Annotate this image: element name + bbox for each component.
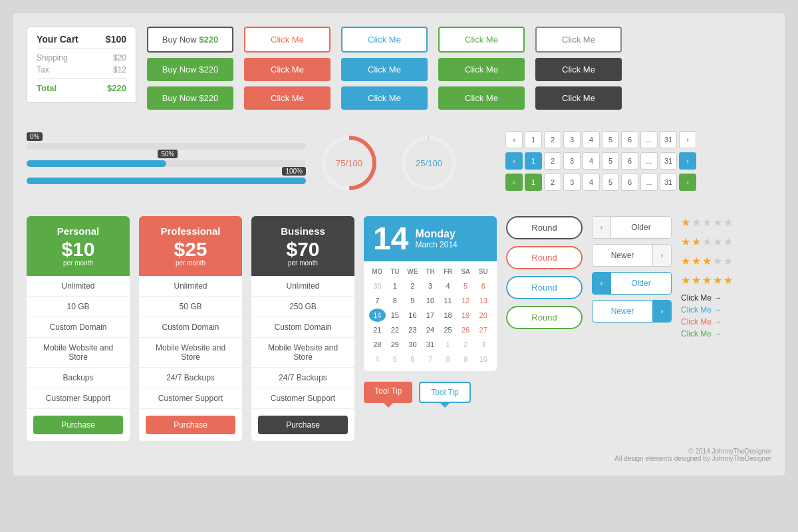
cal-cell[interactable]: 3	[475, 338, 491, 351]
pag-31-2[interactable]: 31	[660, 152, 677, 170]
pag-prev-3[interactable]: ‹	[505, 174, 523, 191]
click-link-red[interactable]: Click Me →	[681, 317, 774, 327]
pag-5-3[interactable]: 5	[602, 174, 619, 191]
cal-cell[interactable]: 1	[387, 279, 404, 293]
pag-5-2[interactable]: 5	[602, 152, 619, 170]
star-3-5[interactable]: ★	[724, 255, 733, 267]
pag-3-3[interactable]: 3	[563, 174, 581, 191]
pag-5-1[interactable]: 5	[602, 131, 619, 148]
cal-cell[interactable]: 13	[475, 294, 491, 307]
cal-cell[interactable]: 25	[440, 323, 456, 336]
star-1-2[interactable]: ★	[692, 216, 701, 229]
cal-cell[interactable]: 9	[458, 352, 474, 366]
pag-1-2[interactable]: 1	[525, 152, 542, 170]
pag-4-1[interactable]: 4	[583, 131, 600, 148]
click-red-filled2-button[interactable]: Click Me	[244, 86, 331, 110]
cal-cell[interactable]: 30	[404, 338, 421, 351]
click-blue-filled1-button[interactable]: Click Me	[341, 58, 428, 81]
cal-cell[interactable]: 26	[458, 323, 474, 336]
cal-cell[interactable]: 15	[387, 309, 404, 322]
nav-prev-1[interactable]: ‹	[593, 217, 611, 238]
buy-now-outline-button[interactable]: Buy Now $220	[147, 27, 233, 53]
cal-cell[interactable]: 6	[404, 352, 421, 366]
pag-next-2[interactable]: ›	[679, 152, 696, 170]
cal-cell[interactable]: 4	[440, 279, 456, 293]
click-green-filled2-button[interactable]: Click Me	[438, 86, 525, 110]
star-4-5[interactable]: ★	[724, 274, 733, 287]
click-link-blue[interactable]: Click Me →	[681, 305, 774, 315]
click-link-black[interactable]: Click Me →	[681, 293, 774, 303]
pag-6-2[interactable]: 6	[621, 152, 638, 170]
click-blue-outline-button[interactable]: Click Me	[341, 27, 428, 53]
star-4-4[interactable]: ★	[713, 274, 722, 287]
cal-cell[interactable]: 14	[369, 309, 386, 322]
click-dark-filled1-button[interactable]: Click Me	[535, 58, 622, 81]
click-dark-outline-button[interactable]: Click Me	[535, 27, 622, 53]
cal-cell[interactable]: 17	[422, 309, 439, 322]
star-1-1[interactable]: ★	[681, 216, 690, 229]
nav-prev-2[interactable]: ‹	[593, 273, 611, 294]
star-2-3[interactable]: ★	[702, 235, 712, 248]
cal-cell[interactable]: 28	[369, 338, 386, 351]
cal-cell[interactable]: 11	[440, 294, 456, 307]
cal-cell[interactable]: 5	[458, 279, 474, 293]
pag-2-3[interactable]: 2	[544, 174, 561, 191]
click-red-filled1-button[interactable]: Click Me	[244, 58, 331, 81]
click-dark-filled2-button[interactable]: Click Me	[535, 86, 622, 110]
pag-31-1[interactable]: 31	[660, 131, 677, 148]
cal-cell[interactable]: 18	[440, 309, 456, 322]
click-green-filled1-button[interactable]: Click Me	[438, 58, 525, 81]
cal-cell[interactable]: 4	[369, 352, 386, 366]
pag-next-3[interactable]: ›	[679, 174, 696, 191]
cal-cell[interactable]: 27	[475, 323, 491, 336]
cal-cell[interactable]: 2	[404, 279, 421, 293]
round-dark-button[interactable]: Round	[506, 216, 583, 239]
cal-cell[interactable]: 2	[458, 338, 474, 351]
pag-4-3[interactable]: 4	[583, 174, 600, 191]
cal-cell[interactable]: 16	[404, 309, 421, 322]
click-blue-filled2-button[interactable]: Click Me	[341, 86, 428, 110]
stars-row-2[interactable]: ★ ★ ★ ★ ★	[681, 235, 774, 248]
star-2-4[interactable]: ★	[713, 235, 722, 248]
cal-cell[interactable]: 19	[458, 309, 474, 322]
personal-purchase-button[interactable]: Purchase	[33, 416, 123, 434]
star-3-2[interactable]: ★	[692, 255, 701, 267]
cal-cell[interactable]: 1	[440, 338, 456, 351]
round-blue-button[interactable]: Round	[506, 276, 583, 299]
nav-next-2[interactable]: ›	[652, 301, 671, 322]
cal-cell[interactable]: 31	[422, 338, 439, 351]
cal-cell[interactable]: 24	[422, 323, 439, 336]
star-1-5[interactable]: ★	[724, 216, 733, 229]
cal-cell[interactable]: 7	[422, 352, 439, 366]
cal-cell[interactable]: 8	[440, 352, 456, 366]
pag-1-1[interactable]: 1	[525, 131, 542, 148]
pag-prev-2[interactable]: ‹	[505, 152, 523, 170]
cal-cell[interactable]: 30	[369, 279, 386, 293]
cal-cell[interactable]: 5	[387, 352, 404, 366]
cal-cell[interactable]: 7	[369, 294, 386, 307]
pag-3-2[interactable]: 3	[563, 152, 581, 170]
star-4-1[interactable]: ★	[681, 274, 690, 287]
tooltip-outline[interactable]: Tool Tip	[419, 382, 470, 403]
star-3-3[interactable]: ★	[702, 255, 712, 267]
star-4-3[interactable]: ★	[702, 274, 712, 287]
stars-row-1[interactable]: ★ ★ ★ ★ ★	[681, 216, 774, 229]
stars-row-4[interactable]: ★ ★ ★ ★ ★	[681, 274, 774, 287]
star-1-3[interactable]: ★	[702, 216, 712, 229]
pag-next-1[interactable]: ›	[679, 131, 696, 148]
cal-cell[interactable]: 10	[422, 294, 439, 307]
nav-next-1[interactable]: ›	[652, 245, 671, 266]
pag-6-3[interactable]: 6	[621, 174, 638, 191]
cal-cell[interactable]: 6	[475, 279, 491, 293]
professional-purchase-button[interactable]: Purchase	[146, 416, 235, 434]
click-green-outline-button[interactable]: Click Me	[438, 27, 525, 53]
pag-4-2[interactable]: 4	[583, 152, 600, 170]
star-3-4[interactable]: ★	[713, 255, 722, 267]
cal-cell[interactable]: 22	[387, 323, 404, 336]
pag-31-3[interactable]: 31	[660, 174, 677, 191]
buy-now-green2-button[interactable]: Buy Now $220	[147, 86, 233, 110]
buy-now-green1-button[interactable]: Buy Now $220	[147, 58, 233, 81]
pag-3-1[interactable]: 3	[563, 131, 581, 148]
pag-prev-1[interactable]: ‹	[505, 131, 523, 148]
star-2-5[interactable]: ★	[724, 235, 733, 248]
